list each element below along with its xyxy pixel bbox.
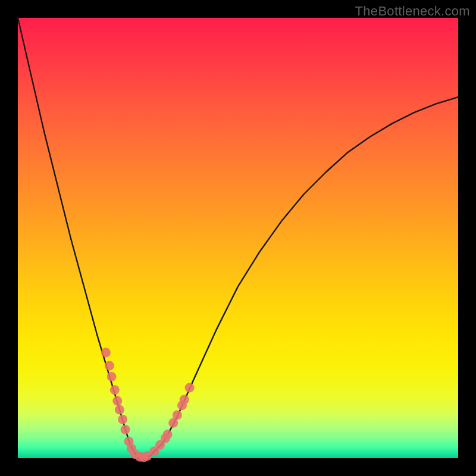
curve-marker	[118, 415, 127, 424]
curve-marker	[107, 372, 117, 381]
chart-svg	[18, 18, 458, 458]
curve-marker	[112, 396, 122, 406]
curve-marker	[110, 385, 120, 394]
chart-frame: TheBottleneck.com	[0, 0, 476, 476]
curve-marker	[180, 395, 189, 405]
curve-marker	[101, 347, 111, 357]
marker-group	[101, 347, 195, 462]
curve-marker	[173, 410, 182, 419]
watermark-text: TheBottleneck.com	[355, 4, 470, 19]
curve-marker	[115, 405, 124, 415]
curve-marker	[121, 425, 130, 434]
curve-marker	[185, 383, 195, 393]
curve-marker	[163, 430, 173, 439]
bottleneck-curve	[18, 18, 458, 458]
curve-marker	[105, 361, 114, 371]
plot-area	[18, 18, 458, 458]
